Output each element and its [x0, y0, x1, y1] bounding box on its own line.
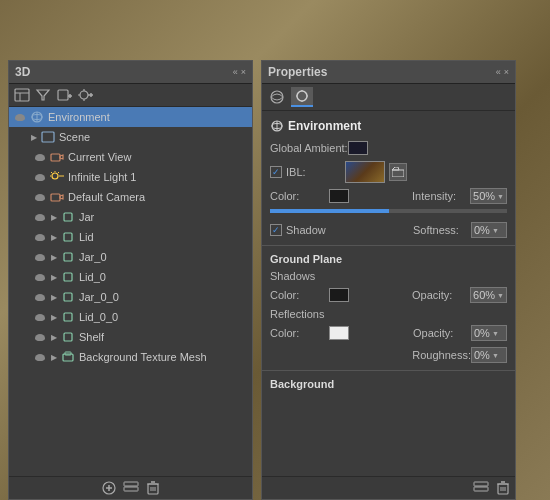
shelf-icon [60, 330, 76, 344]
add-layer-icon[interactable] [101, 480, 117, 496]
environment-label: Environment [48, 111, 110, 123]
visibility-lid[interactable] [33, 230, 47, 244]
expand-shelf[interactable]: ▶ [49, 332, 59, 342]
roughness-field[interactable]: 0% ▼ [471, 347, 507, 363]
expand-jar[interactable]: ▶ [49, 212, 59, 222]
reflections-color-row: Color: Opacity: 0% ▼ [262, 322, 515, 344]
tree-item-environment[interactable]: Environment [9, 107, 252, 127]
roughness-arrow: ▼ [492, 352, 499, 359]
environment-section-title: Environment [262, 115, 515, 137]
visibility-environment[interactable] [13, 110, 27, 124]
roughness-value: 0% [474, 349, 490, 361]
svg-marker-3 [37, 90, 49, 100]
shelf-label: Shelf [79, 331, 104, 343]
intensity-slider[interactable] [270, 209, 507, 213]
visibility-jar-0[interactable] [33, 250, 47, 264]
ibl-thumbnail[interactable] [345, 161, 385, 183]
color-swatch[interactable] [329, 189, 349, 203]
light-add-icon[interactable] [76, 87, 94, 103]
reflections-color-swatch[interactable] [329, 326, 349, 340]
reflections-opacity-field[interactable]: 0% ▼ [471, 325, 507, 341]
tree-item-scene[interactable]: ▶ Scene [9, 127, 252, 147]
panel-3d-header: 3D « × [9, 61, 252, 84]
expand-lid[interactable]: ▶ [49, 232, 59, 242]
tree-item-jar-0[interactable]: ▶ Jar_0 [29, 247, 252, 267]
expand-bg-texture[interactable]: ▶ [49, 352, 59, 362]
tree-item-lid-0-0[interactable]: ▶ Lid_0_0 [29, 307, 252, 327]
global-ambient-swatch[interactable] [348, 141, 368, 155]
light-icon [49, 170, 65, 184]
ground-plane-header: Ground Plane [262, 250, 515, 268]
expand-jar-0[interactable]: ▶ [49, 252, 59, 262]
delete-icon[interactable] [145, 480, 161, 496]
panel-3d: 3D « × [8, 60, 253, 500]
filter-icon[interactable] [34, 87, 52, 103]
visibility-lid-0-0[interactable] [33, 310, 47, 324]
tree-item-jar-0-0[interactable]: ▶ Jar_0_0 [29, 287, 252, 307]
props-layer-icon[interactable] [473, 480, 489, 496]
tree-item-lid[interactable]: ▶ Lid [29, 227, 252, 247]
props-collapse[interactable]: « [496, 67, 501, 77]
tree-item-infinite-light-1[interactable]: Infinite Light 1 [29, 167, 252, 187]
default-camera-icon [49, 190, 65, 204]
roughness-label: Roughness: [412, 349, 471, 361]
panel-3d-close[interactable]: × [241, 67, 246, 77]
environment-title: Environment [288, 119, 361, 133]
shadows-opacity-field[interactable]: 60% ▼ [470, 287, 507, 303]
visibility-scene[interactable] [13, 130, 27, 144]
visibility-jar-0-0[interactable] [33, 290, 47, 304]
expand-jar-0-0[interactable]: ▶ [49, 292, 59, 302]
tree-item-bg-texture[interactable]: ▶ Background Texture Mesh [29, 347, 252, 367]
softness-field[interactable]: 0% ▼ [471, 222, 507, 238]
tab-scene[interactable] [266, 87, 288, 107]
divider-1 [262, 245, 515, 246]
tab-environment[interactable] [291, 87, 313, 107]
environment-icon [29, 110, 45, 124]
expand-scene[interactable]: ▶ [29, 132, 39, 142]
props-footer [262, 476, 515, 499]
intensity-field[interactable]: 50% ▼ [470, 188, 507, 204]
tree-item-jar[interactable]: ▶ Jar [29, 207, 252, 227]
props-delete-icon[interactable] [495, 480, 511, 496]
svg-rect-39 [124, 482, 138, 486]
global-ambient-row: Global Ambient: [262, 137, 515, 159]
visibility-current-view[interactable] [33, 150, 47, 164]
props-close[interactable]: × [504, 67, 509, 77]
svg-marker-26 [60, 195, 63, 199]
panel-3d-collapse[interactable]: « [233, 67, 238, 77]
add-object-icon[interactable] [55, 87, 73, 103]
visibility-bg-texture[interactable] [33, 350, 47, 364]
shadows-color-row: Color: Opacity: 60% ▼ [262, 284, 515, 306]
ibl-checkbox[interactable] [270, 166, 282, 178]
ibl-folder-btn[interactable] [389, 163, 407, 181]
tree-item-shelf[interactable]: ▶ Shelf [29, 327, 252, 347]
svg-rect-0 [15, 89, 29, 101]
svg-marker-18 [60, 155, 63, 159]
lid-icon [60, 230, 76, 244]
visibility-lid-0[interactable] [33, 270, 47, 284]
expand-lid-0[interactable]: ▶ [49, 272, 59, 282]
background-header: Background [262, 375, 515, 393]
visibility-infinite-light-1[interactable] [33, 170, 47, 184]
svg-rect-28 [64, 233, 72, 241]
shadows-sub-header: Shadows [262, 268, 515, 284]
scene-label: Scene [59, 131, 90, 143]
toolbar-3d [9, 84, 252, 107]
reflections-opacity-label: Opacity: [413, 327, 468, 339]
shadows-opacity-label: Opacity: [412, 289, 467, 301]
visibility-shelf[interactable] [33, 330, 47, 344]
tree-view: Environment ▶ Scene Current View [9, 107, 252, 476]
visibility-default-camera[interactable] [33, 190, 47, 204]
tree-item-lid-0[interactable]: ▶ Lid_0 [29, 267, 252, 287]
props-title: Properties [268, 65, 327, 79]
layer-stack-icon[interactable] [123, 480, 139, 496]
shadow-checkbox[interactable] [270, 224, 282, 236]
tree-item-default-camera[interactable]: Default Camera [29, 187, 252, 207]
tree-item-current-view[interactable]: Current View [29, 147, 252, 167]
svg-line-23 [58, 172, 59, 173]
expand-lid-0-0[interactable]: ▶ [49, 312, 59, 322]
scene-view-icon[interactable] [13, 87, 31, 103]
shadows-color-swatch[interactable] [329, 288, 349, 302]
visibility-jar[interactable] [33, 210, 47, 224]
jar-0-icon [60, 250, 76, 264]
